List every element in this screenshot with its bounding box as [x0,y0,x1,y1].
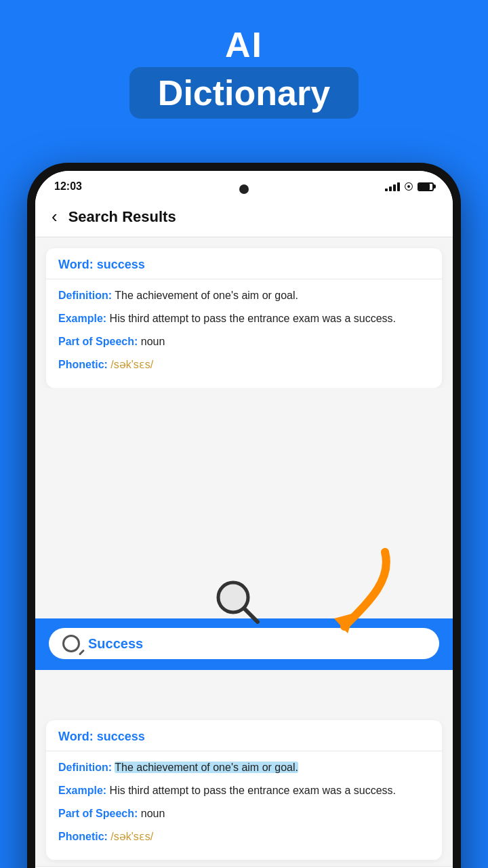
word-card-top-header: Word: success [46,248,442,279]
signal-bars-icon [385,182,400,191]
word-card-top: Word: success Definition: The achievemen… [46,248,442,388]
search-overlay: Success [35,618,453,670]
word-card-top-phonetic: Phonetic: /sək'sɛs/ [58,357,430,373]
wifi-icon: ⦿ [404,181,413,192]
svg-point-0 [218,583,248,612]
status-icons: ⦿ [385,181,434,192]
word-card-bottom-definition: Definition: The achievement of one's aim… [58,760,430,776]
battery-icon [418,182,434,191]
word-card-bottom-phonetic: Phonetic: /sək'sɛs/ [58,829,430,845]
phone-frame: 12:03 ⦿ ‹ Search Results [27,163,461,868]
word-card-top-word-label: Word: success [58,258,145,271]
word-card-bottom-word-label: Word: success [58,730,145,743]
word-card-bottom-body: Definition: The achievement of one's aim… [46,751,442,860]
status-time: 12:03 [54,180,82,193]
word-card-bottom-example: Example: His third attempt to pass the e… [58,783,430,799]
phone-screen: 12:03 ⦿ ‹ Search Results [35,171,453,868]
camera-dot [239,184,249,194]
word-card-bottom: Word: success Definition: The achievemen… [46,720,442,860]
word-card-top-pos: Part of Speech: noun [58,334,430,350]
phone-wrapper: 12:03 ⦿ ‹ Search Results [27,163,461,868]
header: AI Dictionary [0,0,488,131]
word-card-top-definition: Definition: The achievement of one's aim… [58,288,430,304]
search-bar[interactable]: Success [49,628,439,659]
content-area: Word: success Definition: The achievemen… [35,237,453,388]
nav-title: Search Results [68,208,176,226]
ai-label: AI [0,26,488,64]
nav-bar: ‹ Search Results [35,198,453,237]
word-card-top-body: Definition: The achievement of one's aim… [46,279,442,388]
search-input-value[interactable]: Success [88,636,143,652]
back-button[interactable]: ‹ [52,206,58,227]
word-card-top-example: Example: His third attempt to pass the e… [58,311,430,327]
status-bar: 12:03 ⦿ [35,171,453,198]
word-card-bottom-header: Word: success [46,720,442,751]
word-card-bottom-pos: Part of Speech: noun [58,806,430,822]
definition-highlight: The achievement of one's aim or goal. [115,762,298,773]
dictionary-badge: Dictionary [129,67,359,119]
search-icon [62,635,80,652]
